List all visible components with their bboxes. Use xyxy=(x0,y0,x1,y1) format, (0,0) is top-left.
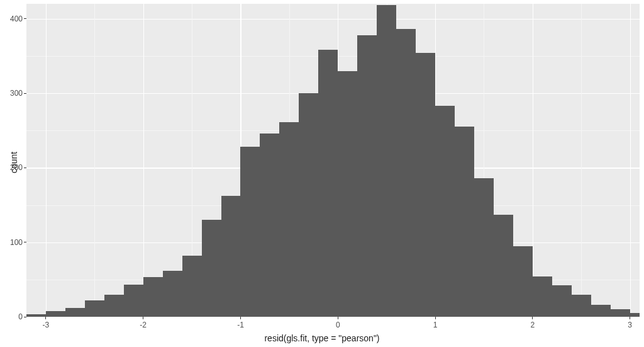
histogram-bar xyxy=(377,5,396,317)
histogram-bar xyxy=(221,196,241,317)
x-tick xyxy=(240,317,241,319)
histogram-bar xyxy=(533,276,552,317)
x-tick-label: -3 xyxy=(43,321,50,329)
histogram-bar xyxy=(416,53,435,317)
x-tick-label: 1 xyxy=(433,321,438,329)
histogram-bar xyxy=(494,215,513,317)
histogram-bar xyxy=(202,220,221,317)
plot-panel xyxy=(26,4,640,317)
histogram-bar xyxy=(455,127,474,317)
histogram-bar xyxy=(143,277,163,317)
x-tick xyxy=(532,317,533,319)
histogram-bar xyxy=(396,29,416,317)
y-tick-label: 100 xyxy=(10,238,23,247)
histogram-bar xyxy=(611,309,630,317)
y-axis-title: count xyxy=(9,151,19,173)
histogram-chart: -3-2-10123 0100200300400 resid(gls.fit, … xyxy=(0,0,644,347)
y-tick xyxy=(24,93,26,94)
y-tick-label: 300 xyxy=(10,89,23,98)
bars-layer xyxy=(26,4,640,317)
grid-h-major xyxy=(26,317,640,317)
y-tick xyxy=(24,168,26,168)
histogram-bar xyxy=(182,256,202,317)
histogram-bar xyxy=(630,313,640,317)
x-tick-label: 3 xyxy=(628,321,632,329)
histogram-bar xyxy=(572,295,591,317)
y-tick xyxy=(24,18,26,19)
y-tick xyxy=(24,317,26,317)
x-tick xyxy=(143,317,143,319)
histogram-bar xyxy=(163,271,182,317)
histogram-bar xyxy=(85,300,104,317)
x-axis-title: resid(gls.fit, type = "pearson") xyxy=(0,333,644,343)
histogram-bar xyxy=(435,106,455,317)
x-tick-label: 2 xyxy=(530,321,535,329)
histogram-bar xyxy=(591,305,611,317)
histogram-bar xyxy=(338,71,357,317)
histogram-bar xyxy=(513,246,533,317)
y-tick xyxy=(24,242,26,242)
x-tick-label: -2 xyxy=(140,321,147,329)
x-tick-label: -1 xyxy=(237,321,244,329)
x-tick xyxy=(45,317,46,319)
histogram-bar xyxy=(318,50,338,317)
histogram-bar xyxy=(46,311,65,317)
x-tick xyxy=(435,317,436,319)
histogram-bar xyxy=(552,285,572,317)
histogram-bar xyxy=(260,134,279,317)
histogram-bar xyxy=(357,35,377,317)
y-tick-label: 400 xyxy=(10,14,23,23)
histogram-bar xyxy=(26,314,46,317)
histogram-bar xyxy=(474,178,494,317)
x-tick-label: 0 xyxy=(336,321,340,329)
histogram-bar xyxy=(279,122,299,317)
x-tick xyxy=(338,317,338,319)
x-tick xyxy=(630,317,630,319)
histogram-bar xyxy=(124,285,143,317)
y-tick-label: 0 xyxy=(18,312,23,321)
histogram-bar xyxy=(104,295,124,317)
histogram-bar xyxy=(240,147,260,317)
histogram-bar xyxy=(65,308,85,317)
histogram-bar xyxy=(299,93,318,317)
